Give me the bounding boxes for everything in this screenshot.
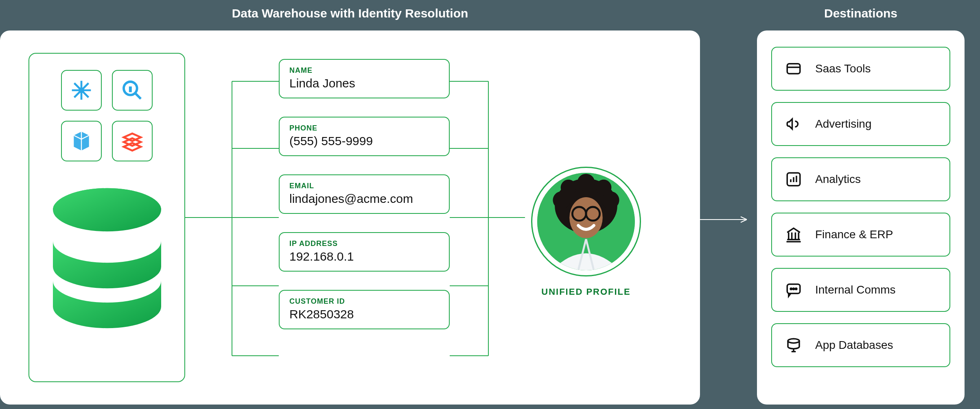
destinations-panel: Saas Tools Advertising Analytics Finance… xyxy=(757,30,965,405)
destination-analytics: Analytics xyxy=(771,157,950,201)
svg-point-13 xyxy=(79,88,83,92)
destination-label: Advertising xyxy=(815,117,872,131)
svg-point-47 xyxy=(788,339,799,343)
field-email: EMAIL lindajones@acme.com xyxy=(279,174,450,214)
field-label: EMAIL xyxy=(289,182,439,190)
destination-finance-erp: Finance & ERP xyxy=(771,213,950,257)
snowflake-icon xyxy=(61,70,102,111)
field-label: PHONE xyxy=(289,124,439,133)
svg-rect-31 xyxy=(787,64,800,74)
destination-saas-tools: Saas Tools xyxy=(771,47,950,91)
svg-point-25 xyxy=(577,174,595,191)
window-icon xyxy=(784,59,803,78)
svg-point-18 xyxy=(53,188,161,231)
bank-icon xyxy=(784,225,803,244)
svg-point-46 xyxy=(795,288,797,290)
avatar xyxy=(537,173,635,270)
field-value: RK2850328 xyxy=(289,307,439,321)
field-value: (555) 555-9999 xyxy=(289,134,439,148)
warehouse-source-icons xyxy=(61,70,153,161)
field-phone: PHONE (555) 555-9999 xyxy=(279,117,450,156)
field-name: NAME Linda Jones xyxy=(279,59,450,98)
field-ip: IP ADDRESS 192.168.0.1 xyxy=(279,232,450,272)
field-label: CUSTOMER ID xyxy=(289,297,439,306)
field-value: 192.168.0.1 xyxy=(289,250,439,263)
field-label: IP ADDRESS xyxy=(289,239,439,248)
destination-internal-comms: Internal Comms xyxy=(771,268,950,312)
field-value: lindajones@acme.com xyxy=(289,192,439,206)
svg-point-23 xyxy=(561,180,576,195)
field-value: Linda Jones xyxy=(289,76,439,90)
identity-fields: NAME Linda Jones PHONE (555) 555-9999 EM… xyxy=(279,59,450,329)
megaphone-icon xyxy=(784,115,803,133)
field-customer-id: CUSTOMER ID RK2850328 xyxy=(279,290,450,329)
main-panel: NAME Linda Jones PHONE (555) 555-9999 EM… xyxy=(0,30,700,405)
field-label: NAME xyxy=(289,66,439,75)
redshift-icon xyxy=(61,121,102,161)
databricks-icon xyxy=(112,121,153,161)
destination-label: App Databases xyxy=(815,339,893,352)
avatar-ring xyxy=(531,167,641,276)
svg-point-44 xyxy=(790,288,792,290)
bar-chart-icon xyxy=(784,170,803,189)
svg-line-15 xyxy=(135,93,141,99)
chat-icon xyxy=(784,281,803,299)
profile-label: UNIFIED PROFILE xyxy=(525,287,647,297)
svg-point-24 xyxy=(596,180,611,195)
svg-point-45 xyxy=(793,288,794,290)
destination-label: Analytics xyxy=(815,173,861,186)
unified-profile: UNIFIED PROFILE xyxy=(525,167,647,297)
destination-app-databases: App Databases xyxy=(771,323,950,367)
section-title-main: Data Warehouse with Identity Resolution xyxy=(0,7,700,20)
warehouse-box xyxy=(28,53,185,382)
destination-label: Finance & ERP xyxy=(815,228,893,241)
database-cylinder-icon xyxy=(50,186,164,336)
section-title-destinations: Destinations xyxy=(757,7,965,20)
destination-advertising: Advertising xyxy=(771,102,950,146)
database-icon xyxy=(784,336,803,355)
bigquery-icon xyxy=(112,70,153,111)
destination-label: Saas Tools xyxy=(815,62,871,75)
destination-label: Internal Comms xyxy=(815,283,896,296)
